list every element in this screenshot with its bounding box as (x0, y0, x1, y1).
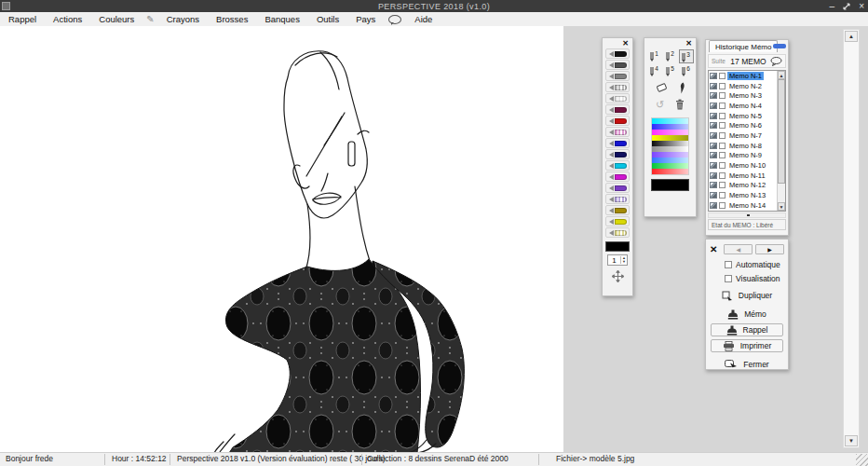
memo-list-item[interactable]: Memo N-9 (709, 151, 785, 161)
crayon-button[interactable] (605, 171, 630, 182)
memo-checkbox[interactable] (719, 192, 726, 199)
memo-list-item[interactable]: Memo N-10 (709, 160, 785, 171)
crayon-button[interactable] (605, 60, 630, 70)
close-icon[interactable]: ✕ (603, 38, 632, 48)
next-button[interactable]: ▶ (755, 244, 784, 254)
recall-button[interactable]: Rappel (711, 323, 783, 336)
memo-list-item[interactable]: Memo N-2 (709, 81, 785, 91)
drawing-canvas[interactable] (0, 26, 563, 454)
scroll-up-icon[interactable]: ▲ (778, 71, 785, 79)
memo-scrollbar[interactable]: ▲ ▼ (777, 71, 785, 211)
pencil-a5[interactable]: 5 (663, 64, 678, 78)
menu-brosses[interactable]: Brosses (208, 12, 256, 26)
scroll-down-icon[interactable]: ▼ (778, 202, 785, 211)
memo-checkbox[interactable] (719, 73, 726, 79)
memo-list-item[interactable]: Memo N-5 (709, 111, 785, 121)
spinner-down-icon[interactable]: ▼ (622, 260, 626, 264)
memo-list-item[interactable]: Memo N-7 (709, 130, 785, 141)
gradient-strip[interactable] (652, 169, 688, 174)
menu-pays[interactable]: Pays (347, 12, 384, 26)
menu-aide[interactable]: Aide (406, 12, 441, 26)
memo-checkbox[interactable] (719, 92, 726, 99)
close-button[interactable]: × (859, 0, 864, 12)
memo-checkbox[interactable] (719, 132, 726, 139)
memo-list-item[interactable]: Memo N-1 (709, 71, 785, 81)
pencil-a4[interactable]: 4 (647, 64, 662, 78)
memo-checkbox[interactable] (719, 202, 726, 209)
scroll-up-icon[interactable]: ▲ (845, 31, 858, 42)
pencil-a1[interactable]: 1 (647, 49, 662, 63)
memo-checkbox[interactable] (719, 172, 726, 179)
crayon-button[interactable] (605, 48, 630, 59)
panel-resize-handle[interactable] (708, 212, 786, 218)
move-icon[interactable] (612, 270, 624, 282)
crayon-button[interactable] (605, 160, 630, 171)
visualisation-checkbox[interactable] (725, 275, 732, 282)
crayon-button[interactable] (605, 227, 630, 238)
selected-color-swatch[interactable] (651, 179, 689, 191)
menu-banques[interactable]: Banques (256, 12, 308, 26)
minimize-button[interactable]: – (830, 0, 835, 12)
memo-checkbox[interactable] (719, 113, 726, 119)
pencil-a3[interactable]: 3 (679, 49, 694, 63)
menu-actions[interactable]: Actions (45, 12, 90, 26)
memo-list-item[interactable]: Memo N-3 (709, 90, 785, 101)
memo-list-item[interactable]: Memo N-11 (709, 171, 785, 181)
crayon-button[interactable] (605, 93, 630, 103)
memo-list-item[interactable]: Memo N-6 (709, 120, 785, 130)
automatic-checkbox[interactable] (725, 261, 732, 268)
crayon-button[interactable] (605, 205, 630, 215)
tab-historique-memo[interactable]: Historique Mémo (709, 40, 778, 52)
memo-list-item[interactable]: Memo N-13 (709, 190, 785, 200)
memo-checkbox[interactable] (719, 143, 726, 149)
visualisation-checkbox-row[interactable]: Visualisation (725, 274, 788, 283)
memo-checkbox[interactable] (719, 152, 726, 158)
resize-grip[interactable] (856, 454, 868, 466)
crayon-button[interactable] (605, 138, 630, 148)
scrollbar-thumb[interactable] (778, 79, 785, 184)
crayon-button[interactable] (605, 104, 630, 115)
crayon-button[interactable] (605, 149, 630, 159)
eraser-icon[interactable] (655, 82, 669, 94)
trash-icon[interactable] (675, 99, 685, 110)
undo-icon[interactable]: ↺ (656, 100, 664, 110)
automatic-checkbox-row[interactable]: Automatique (725, 260, 788, 269)
memo-list-item[interactable]: Memo N-8 (709, 141, 785, 151)
crayon-button[interactable] (605, 216, 630, 226)
duplicate-button[interactable]: Dupliquer (706, 289, 788, 302)
menu-crayons[interactable]: Crayons (158, 12, 208, 26)
size-spinner[interactable]: 1 ▲▼ (607, 254, 628, 266)
crayon-button[interactable] (605, 194, 630, 204)
speech-bubble-icon[interactable] (770, 57, 782, 66)
previous-button[interactable]: ◀ (724, 244, 753, 254)
memo-list-item[interactable]: Memo N-4 (709, 101, 785, 111)
pencil-a6[interactable]: 6 (679, 64, 694, 78)
crayon-button[interactable] (605, 183, 630, 193)
menu-rappel[interactable]: Rappel (0, 12, 45, 26)
close-panel-button[interactable]: Fermer (706, 358, 788, 371)
scroll-down-icon[interactable]: ▼ (845, 435, 858, 446)
crayon-button[interactable] (605, 116, 630, 126)
memo-list-item[interactable]: Memo N-14 (709, 200, 785, 211)
crayon-button[interactable] (605, 127, 630, 137)
maximize-button[interactable] (843, 3, 850, 10)
brush-icon[interactable] (677, 82, 686, 94)
memo-list-item[interactable]: Memo N-12 (709, 181, 785, 191)
memo-checkbox[interactable] (719, 103, 726, 109)
close-icon[interactable]: ✕ (644, 38, 696, 48)
memo-checkbox[interactable] (719, 83, 726, 89)
window-scrollbar[interactable]: ▲ ▼ (843, 29, 860, 448)
crayon-button[interactable] (605, 71, 630, 81)
memo-button[interactable]: Mémo (706, 308, 788, 321)
pencil-a2[interactable]: 2 (663, 49, 678, 63)
memo-checkbox[interactable] (719, 122, 726, 129)
crayon-button[interactable] (605, 82, 630, 92)
memo-label: Memo N-3 (727, 91, 764, 100)
print-button[interactable]: Imprimer (711, 339, 783, 352)
memo-checkbox[interactable] (719, 162, 726, 169)
memo-checkbox[interactable] (719, 182, 726, 188)
close-icon[interactable]: ✕ (710, 244, 717, 254)
current-color-swatch[interactable] (605, 241, 630, 252)
menu-couleurs[interactable]: Couleurs (90, 12, 142, 26)
menu-outils[interactable]: Outils (308, 12, 347, 26)
